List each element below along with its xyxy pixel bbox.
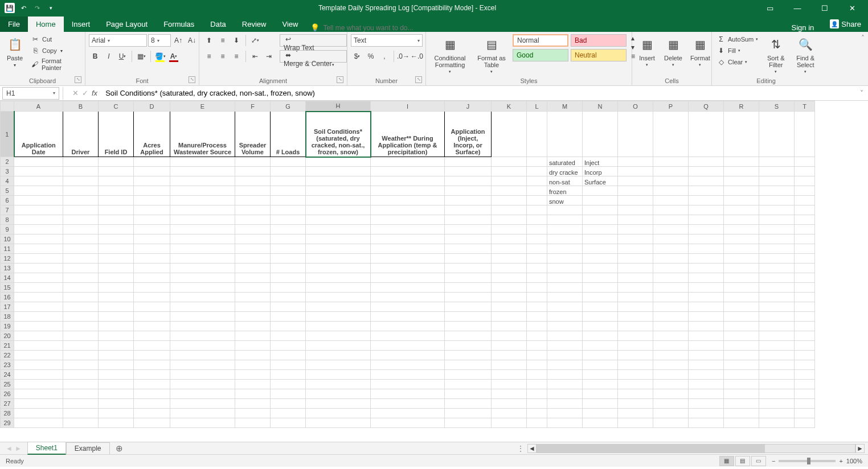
cell[interactable] <box>306 167 371 176</box>
cell[interactable] <box>547 409 583 418</box>
cell[interactable] <box>445 302 492 312</box>
cell[interactable]: Inject <box>583 157 618 167</box>
cell-dropdown-icon[interactable]: ▾ <box>370 112 371 157</box>
cell[interactable] <box>618 215 653 225</box>
cell[interactable] <box>271 167 306 176</box>
cell[interactable] <box>618 167 653 176</box>
cell[interactable] <box>134 176 170 186</box>
cell[interactable] <box>583 312 618 322</box>
save-icon[interactable]: 💾 <box>5 3 15 13</box>
tab-home[interactable]: Home <box>28 17 64 32</box>
cell[interactable] <box>306 341 371 351</box>
cell[interactable] <box>759 389 795 399</box>
cell[interactable] <box>306 273 371 283</box>
cell[interactable] <box>795 351 815 360</box>
cell[interactable] <box>547 293 583 302</box>
cell[interactable] <box>14 176 63 186</box>
cell[interactable] <box>618 418 653 428</box>
cell[interactable] <box>653 273 689 283</box>
cell[interactable] <box>583 264 618 273</box>
cell[interactable] <box>492 293 527 302</box>
cell[interactable] <box>583 215 618 225</box>
cell[interactable] <box>547 341 583 351</box>
cell[interactable]: Manure/Process Wastewater Source <box>170 112 235 157</box>
cell[interactable] <box>653 196 689 205</box>
cell[interactable] <box>527 273 547 283</box>
cell[interactable] <box>492 283 527 293</box>
cell[interactable] <box>271 225 306 234</box>
cell[interactable] <box>653 234 689 244</box>
column-header[interactable]: C <box>99 101 134 112</box>
cell[interactable] <box>724 225 759 234</box>
cell[interactable] <box>63 157 99 167</box>
cell[interactable] <box>99 341 134 351</box>
cell[interactable] <box>235 205 271 215</box>
cell[interactable] <box>724 112 759 157</box>
cell[interactable] <box>170 331 235 341</box>
style-bad[interactable]: Bad <box>571 34 627 47</box>
cell[interactable] <box>63 380 99 389</box>
cell[interactable] <box>547 370 583 380</box>
cell[interactable] <box>235 176 271 186</box>
cell[interactable] <box>653 225 689 234</box>
row-header[interactable]: 11 <box>1 244 14 254</box>
cell[interactable] <box>618 331 653 341</box>
cell[interactable] <box>583 244 618 254</box>
cell[interactable] <box>445 370 492 380</box>
cell[interactable] <box>235 302 271 312</box>
cell[interactable] <box>492 370 527 380</box>
cell[interactable] <box>445 254 492 264</box>
cell[interactable] <box>63 409 99 418</box>
cell[interactable] <box>271 389 306 399</box>
cell[interactable] <box>14 157 63 167</box>
cell[interactable] <box>724 167 759 176</box>
cell[interactable] <box>759 312 795 322</box>
cell[interactable] <box>235 186 271 196</box>
cell[interactable] <box>689 360 724 370</box>
cell[interactable] <box>271 370 306 380</box>
delete-cells-button[interactable]: ▦Delete▾ <box>662 34 685 68</box>
qat-customize-icon[interactable]: ▾ <box>46 3 56 13</box>
cell[interactable] <box>795 302 815 312</box>
cell[interactable] <box>134 302 170 312</box>
column-header[interactable]: D <box>134 101 170 112</box>
cell[interactable] <box>235 234 271 244</box>
underline-button[interactable]: U▾ <box>116 50 129 63</box>
cell[interactable] <box>527 196 547 205</box>
cell[interactable] <box>653 157 689 167</box>
cell[interactable] <box>724 331 759 341</box>
cell[interactable] <box>134 360 170 370</box>
zoom-in-button[interactable]: + <box>839 458 842 464</box>
cell[interactable] <box>134 351 170 360</box>
cell[interactable] <box>99 389 134 399</box>
cell[interactable] <box>724 389 759 399</box>
increase-decimal-icon[interactable]: .0→ <box>397 50 410 63</box>
cell[interactable]: Weather** During Application (temp & pre… <box>371 112 445 157</box>
cell[interactable] <box>235 418 271 428</box>
cell[interactable] <box>527 380 547 389</box>
cell[interactable] <box>306 312 371 322</box>
cell[interactable] <box>445 312 492 322</box>
cell[interactable] <box>134 244 170 254</box>
cell[interactable] <box>371 167 445 176</box>
cell[interactable] <box>445 351 492 360</box>
cell[interactable] <box>527 322 547 331</box>
cell[interactable] <box>371 234 445 244</box>
cell[interactable] <box>724 205 759 215</box>
cell[interactable] <box>63 341 99 351</box>
cell[interactable] <box>583 196 618 205</box>
cell[interactable] <box>371 264 445 273</box>
cell[interactable] <box>63 273 99 283</box>
autosum-button[interactable]: ΣAutoSum▾ <box>715 34 759 44</box>
cell[interactable] <box>271 254 306 264</box>
cell[interactable] <box>689 196 724 205</box>
cell[interactable] <box>445 273 492 283</box>
cell[interactable] <box>618 196 653 205</box>
cell[interactable] <box>306 176 371 186</box>
cell[interactable] <box>445 264 492 273</box>
column-header[interactable]: J <box>445 101 492 112</box>
cell[interactable] <box>134 196 170 205</box>
cell[interactable] <box>795 225 815 234</box>
cell[interactable] <box>445 205 492 215</box>
cell[interactable] <box>492 389 527 399</box>
